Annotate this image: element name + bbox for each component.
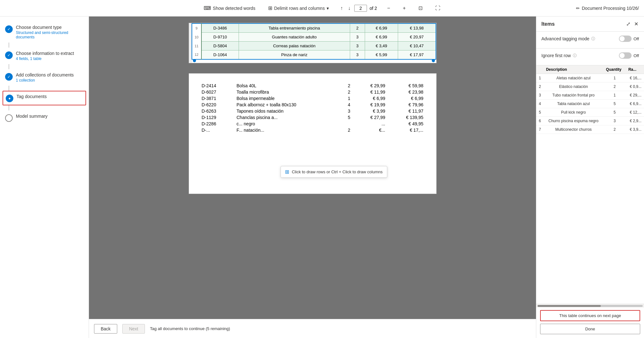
step-content-1: Choose document type Structured and semi… xyxy=(16,25,84,39)
fit-page-btn[interactable]: ⊡ xyxy=(416,4,425,12)
p2-desc: Pack albornoz + toalla 80x130 xyxy=(237,102,328,107)
item-rate: € 12,... xyxy=(626,108,644,117)
info-icon-advanced: ⓘ xyxy=(591,36,595,42)
connector-2 xyxy=(9,64,9,69)
item-desc: Churro piscina espuma negro xyxy=(544,117,604,125)
p2-qty xyxy=(341,121,350,126)
list-item: D-6027 Toalla microfibra 2 € 11,99 € 23,… xyxy=(202,89,424,95)
list-item: D-3871 Bolsa impermeable 1 € 6,99 € 6,99 xyxy=(202,96,424,101)
price-cell: € 6,99 xyxy=(365,23,398,33)
page-total-label: of 2 xyxy=(369,6,377,11)
table-row: 12 D-1064 Pinza de nariz 3 € 5,99 € 17,9… xyxy=(192,50,436,60)
desc-cell: Pinza de nariz xyxy=(239,50,350,60)
p2-qty: 1 xyxy=(341,96,350,101)
code-cell: D-5804 xyxy=(201,42,239,50)
scroll-thumb[interactable] xyxy=(538,305,601,307)
show-words-label: Show detected words xyxy=(213,6,255,11)
step-circle-2: ✓ xyxy=(5,51,13,59)
page2-rows-container: D-2414 Bolsa 40L 2 € 29,99 € 59,98 D-602… xyxy=(202,83,424,133)
step-title-5: Model summary xyxy=(16,114,48,119)
ignore-first-row-row: Ignore first row ⓘ Off xyxy=(541,52,639,59)
step-subtitle-2: 4 fields, 1 table xyxy=(16,56,74,61)
document-page-2: D-2414 Bolsa 40L 2 € 29,99 € 59,98 D-602… xyxy=(189,73,437,194)
p2-total: € 17,... xyxy=(398,128,424,133)
col-description: Description xyxy=(544,65,604,74)
list-item: D-2286 c... negro ... € 49,95 xyxy=(202,121,424,126)
table-row: 7 Multiconector churros 2 € 3,9... xyxy=(536,125,644,134)
row-num-cell: 10 xyxy=(192,33,201,42)
fullscreen-btn[interactable]: ⛶ xyxy=(433,4,443,12)
close-panel-btn[interactable]: ✕ xyxy=(634,20,639,28)
p2-total: € 23,98 xyxy=(398,89,424,95)
page-down-btn[interactable]: ↓ xyxy=(347,4,352,12)
table-row: 1 Aletas natación azul 1 € 16,... xyxy=(536,74,644,83)
expand-panel-btn[interactable]: ⤢ xyxy=(626,20,631,28)
p2-code: D-2414 xyxy=(202,83,224,88)
item-index: 7 xyxy=(536,125,544,134)
item-desc: Multiconector churros xyxy=(544,125,604,134)
list-item: D-6263 Tapones oídos natación 3 € 3,99 €… xyxy=(202,109,424,114)
advanced-tagging-switch[interactable] xyxy=(619,36,632,42)
zoom-out-btn[interactable]: − xyxy=(385,4,393,12)
p2-qty: 3 xyxy=(341,109,350,114)
delimit-label: Delimit rows and columns xyxy=(274,6,325,11)
chevron-down-icon: ▾ xyxy=(327,6,329,11)
p2-desc: Bolsa impermeable xyxy=(237,96,328,101)
sidebar-item-choose-info[interactable]: ✓ Choose information to extract 4 fields… xyxy=(0,48,89,64)
p2-price: €... xyxy=(363,128,385,133)
total-cell: € 10,47 xyxy=(398,42,436,50)
qty-cell: 3 xyxy=(350,33,365,42)
table-tooltip-icon: ⊞ xyxy=(285,169,289,175)
row-num-cell: 12 xyxy=(192,50,201,60)
step-circle-1: ✓ xyxy=(5,25,13,33)
p2-price: € 29,99 xyxy=(363,83,385,88)
next-button[interactable]: Next xyxy=(122,324,145,334)
item-desc: Tubo natación frontal pro xyxy=(544,91,604,100)
table-row: 11 D-5804 Correas palas natación 3 € 3,4… xyxy=(192,42,436,50)
price-cell: € 6,99 xyxy=(365,33,398,42)
step-subtitle-3: 1 collection xyxy=(16,78,74,83)
list-item: D-... F... natación... 2 €... € 17,... xyxy=(202,128,424,133)
ignore-first-row-switch[interactable] xyxy=(619,52,632,59)
done-button[interactable]: Done xyxy=(540,324,640,334)
ignore-first-row-toggle[interactable]: Off xyxy=(619,52,639,59)
p2-desc: F... natación... xyxy=(237,128,328,133)
step-content-3: Add collections of documents 1 collectio… xyxy=(16,72,74,83)
item-rate: € 2,9... xyxy=(626,117,644,125)
p2-price: € 19,99 xyxy=(363,102,385,107)
p2-total: € 11,97 xyxy=(398,109,424,114)
show-detected-words-btn[interactable]: ⌨ Show detected words xyxy=(201,4,258,12)
sidebar-item-choose-doc-type[interactable]: ✓ Choose document type Structured and se… xyxy=(0,22,89,43)
p2-desc: c... negro xyxy=(237,121,328,126)
p2-code: D-6027 xyxy=(202,89,224,95)
connector-3 xyxy=(9,86,9,91)
item-rate: € 16,... xyxy=(626,74,644,83)
page-up-btn[interactable]: ↑ xyxy=(339,4,344,12)
page-number-input[interactable] xyxy=(354,5,367,12)
p2-desc: Tapones oídos natación xyxy=(237,109,328,114)
col-quantity: Quantity xyxy=(603,65,626,74)
row-num-cell: 11 xyxy=(192,42,201,50)
p2-total: € 6,99 xyxy=(398,96,424,101)
item-desc: Pull kick negro xyxy=(544,108,604,117)
price-cell: € 5,99 xyxy=(365,50,398,60)
back-button[interactable]: Back xyxy=(94,324,117,334)
delimit-rows-columns-btn[interactable]: ⊞ Delimit rows and columns ▾ xyxy=(266,4,332,12)
item-qty: 1 xyxy=(603,91,626,100)
sidebar-item-add-collections[interactable]: ✓ Add collections of documents 1 collect… xyxy=(0,69,89,86)
connector-1 xyxy=(9,43,9,48)
advanced-tagging-toggle[interactable]: Off xyxy=(619,36,639,42)
horizontal-scrollbar[interactable] xyxy=(536,304,644,308)
sidebar: ✓ Choose document type Structured and se… xyxy=(0,17,89,338)
table-continues-btn[interactable]: This table continues on next page xyxy=(540,310,640,321)
zoom-in-btn[interactable]: + xyxy=(400,4,408,12)
sidebar-item-model-summary[interactable]: Model summary xyxy=(0,110,89,125)
p2-qty: 2 xyxy=(341,83,350,88)
p2-desc: Bolsa 40L xyxy=(237,83,328,88)
p2-price: ... xyxy=(363,121,385,126)
table-icon: ⊞ xyxy=(268,5,272,11)
sidebar-item-tag-documents[interactable]: ● Tag documents xyxy=(3,91,86,105)
top-toolbar: ⌨ Show detected words ⊞ Delimit rows and… xyxy=(0,0,644,17)
item-index: 4 xyxy=(536,100,544,108)
qty-cell: 2 xyxy=(350,23,365,33)
